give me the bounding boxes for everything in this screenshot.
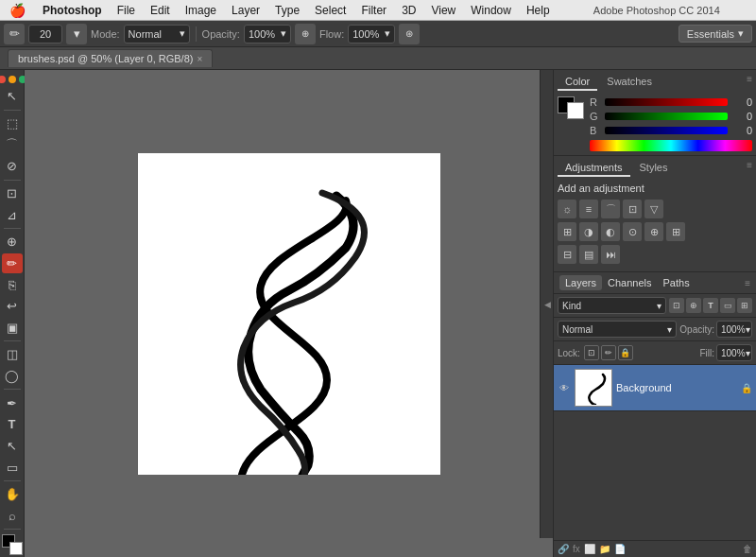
menu-item-help[interactable]: Help bbox=[519, 0, 558, 20]
quick-select-tool[interactable]: ⊘ bbox=[2, 156, 23, 177]
adjustment-filter-icon[interactable]: ⊕ bbox=[686, 298, 701, 313]
add-mask-icon[interactable]: ⬜ bbox=[584, 544, 595, 554]
tab-paths[interactable]: Paths bbox=[658, 275, 696, 290]
brush-size-value[interactable]: 20 bbox=[28, 25, 62, 44]
color-spectrum[interactable] bbox=[590, 140, 752, 151]
link-layers-icon[interactable]: 🔗 bbox=[558, 544, 569, 554]
tab-adjustments[interactable]: Adjustments bbox=[558, 160, 630, 177]
canvas-area[interactable] bbox=[25, 70, 553, 557]
flow-value[interactable]: 100% ▾ bbox=[348, 25, 395, 44]
green-value[interactable]: 0 bbox=[731, 111, 752, 122]
new-layer-icon[interactable]: 📄 bbox=[614, 544, 626, 554]
history-brush-tool[interactable]: ↩ bbox=[2, 296, 23, 317]
mode-dropdown[interactable]: Normal ▾ bbox=[124, 25, 190, 44]
delete-layer-icon[interactable]: 🗑 bbox=[743, 544, 752, 554]
tab-swatches[interactable]: Swatches bbox=[599, 74, 660, 91]
collapse-icon[interactable]: ◀ bbox=[542, 300, 552, 309]
brush-picker-icon[interactable]: ▾ bbox=[66, 24, 87, 44]
menu-item-layer[interactable]: Layer bbox=[224, 0, 267, 20]
background-swatch[interactable] bbox=[567, 102, 584, 119]
layer-thumbnail[interactable] bbox=[575, 369, 612, 407]
menu-item-view[interactable]: View bbox=[423, 0, 463, 20]
red-value[interactable]: 0 bbox=[731, 96, 752, 108]
exposure-icon[interactable]: ⊡ bbox=[623, 200, 642, 218]
marquee-tool[interactable]: ⬚ bbox=[2, 113, 23, 134]
hand-tool[interactable]: ✋ bbox=[2, 484, 23, 505]
dodge-tool[interactable]: ◯ bbox=[2, 366, 23, 387]
move-tool[interactable]: ↖ bbox=[2, 86, 23, 107]
crop-tool[interactable]: ⊡ bbox=[2, 183, 23, 204]
fill-input[interactable]: 100% ▾ bbox=[716, 344, 752, 361]
text-tool[interactable]: T bbox=[2, 414, 23, 435]
menu-item-window[interactable]: Window bbox=[463, 0, 519, 20]
photo-filter-icon[interactable]: ⊙ bbox=[623, 222, 642, 241]
layer-row-background[interactable]: 👁 Background 🔒 bbox=[554, 365, 756, 411]
red-slider[interactable] bbox=[605, 98, 728, 106]
menu-item-file[interactable]: File bbox=[110, 0, 143, 20]
gradient-tool[interactable]: ◫ bbox=[2, 344, 23, 365]
adj-panel-arrow[interactable]: ≡ bbox=[747, 160, 752, 177]
hue-saturation-icon[interactable]: ⊞ bbox=[558, 222, 576, 241]
opacity-input[interactable]: 100% ▾ bbox=[716, 321, 752, 338]
green-slider[interactable] bbox=[605, 113, 728, 120]
invert-icon[interactable]: ⊟ bbox=[558, 245, 576, 264]
blue-value[interactable]: 0 bbox=[731, 125, 752, 136]
menu-item-image[interactable]: Image bbox=[178, 0, 224, 20]
lock-all-icon[interactable]: 🔒 bbox=[618, 345, 633, 360]
brightness-contrast-icon[interactable]: ☼ bbox=[558, 200, 576, 218]
canvas[interactable] bbox=[138, 153, 440, 475]
fg-bg-swatch[interactable] bbox=[558, 96, 584, 119]
kind-dropdown[interactable]: Kind ▾ bbox=[558, 297, 666, 314]
tab-layers[interactable]: Layers bbox=[559, 275, 602, 290]
curves-icon[interactable]: ⌒ bbox=[601, 200, 620, 218]
background-color[interactable] bbox=[9, 542, 23, 555]
blue-slider[interactable] bbox=[605, 127, 728, 134]
add-style-icon[interactable]: fx bbox=[573, 544, 580, 554]
eyedropper-tool[interactable]: ⊿ bbox=[2, 204, 23, 225]
menu-item-edit[interactable]: Edit bbox=[143, 0, 178, 20]
smart-filter-icon[interactable]: ⊞ bbox=[737, 298, 752, 313]
opacity-value[interactable]: 100% ▾ bbox=[244, 25, 291, 44]
foreground-background-colors[interactable] bbox=[2, 534, 23, 555]
threshold-icon[interactable]: ⏭ bbox=[601, 245, 620, 264]
brush-tool[interactable]: ✏ bbox=[2, 253, 23, 274]
color-panel-arrow[interactable]: ≡ bbox=[747, 74, 752, 91]
document-tab[interactable]: brushes.psd @ 50% (Layer 0, RGB/8) × bbox=[8, 49, 213, 67]
eraser-tool[interactable]: ▣ bbox=[2, 318, 23, 339]
shape-filter-icon[interactable]: ▭ bbox=[720, 298, 735, 313]
vibrance-icon[interactable]: ▽ bbox=[644, 200, 663, 218]
channel-mixer-icon[interactable]: ⊕ bbox=[644, 222, 663, 241]
color-balance-icon[interactable]: ◑ bbox=[579, 222, 598, 241]
layer-visibility-toggle[interactable]: 👁 bbox=[558, 381, 571, 394]
levels-icon[interactable]: ≡ bbox=[579, 200, 598, 218]
menu-item-photoshop[interactable]: Photoshop bbox=[35, 0, 110, 20]
color-lookup-icon[interactable]: ⊞ bbox=[666, 222, 685, 241]
layers-panel-arrow[interactable]: ≡ bbox=[745, 278, 750, 288]
new-group-icon[interactable]: 📁 bbox=[599, 544, 610, 554]
apple-menu[interactable]: 🍎 bbox=[0, 3, 35, 18]
healing-tool[interactable]: ⊕ bbox=[2, 232, 23, 252]
zoom-tool[interactable]: ⌕ bbox=[2, 506, 23, 527]
lasso-tool[interactable]: ⌒ bbox=[2, 134, 23, 155]
lock-position-icon[interactable]: ✏ bbox=[601, 345, 616, 360]
posterize-icon[interactable]: ▤ bbox=[579, 245, 598, 264]
tab-styles[interactable]: Styles bbox=[632, 160, 676, 177]
menu-item-select[interactable]: Select bbox=[307, 0, 353, 20]
clone-tool[interactable]: ⎘ bbox=[2, 274, 23, 295]
close-dot[interactable] bbox=[0, 76, 6, 83]
lock-pixels-icon[interactable]: ⊡ bbox=[584, 345, 599, 360]
blend-mode-dropdown[interactable]: Normal ▾ bbox=[558, 321, 677, 338]
black-white-icon[interactable]: ◐ bbox=[601, 222, 620, 241]
tab-close-button[interactable]: × bbox=[197, 54, 202, 64]
pen-tool[interactable]: ✒ bbox=[2, 392, 23, 413]
tab-channels[interactable]: Channels bbox=[602, 275, 657, 290]
menu-item-type[interactable]: Type bbox=[267, 0, 307, 20]
essentials-dropdown[interactable]: Essentials ▾ bbox=[679, 25, 752, 43]
menu-item-3d[interactable]: 3D bbox=[394, 0, 423, 20]
type-filter-icon[interactable]: T bbox=[703, 298, 718, 313]
minimize-dot[interactable] bbox=[9, 76, 16, 83]
pixel-filter-icon[interactable]: ⊡ bbox=[669, 298, 684, 313]
tablet-icon[interactable]: ⊛ bbox=[399, 24, 420, 44]
path-select-tool[interactable]: ↖ bbox=[2, 436, 23, 457]
shape-tool[interactable]: ▭ bbox=[2, 457, 23, 478]
